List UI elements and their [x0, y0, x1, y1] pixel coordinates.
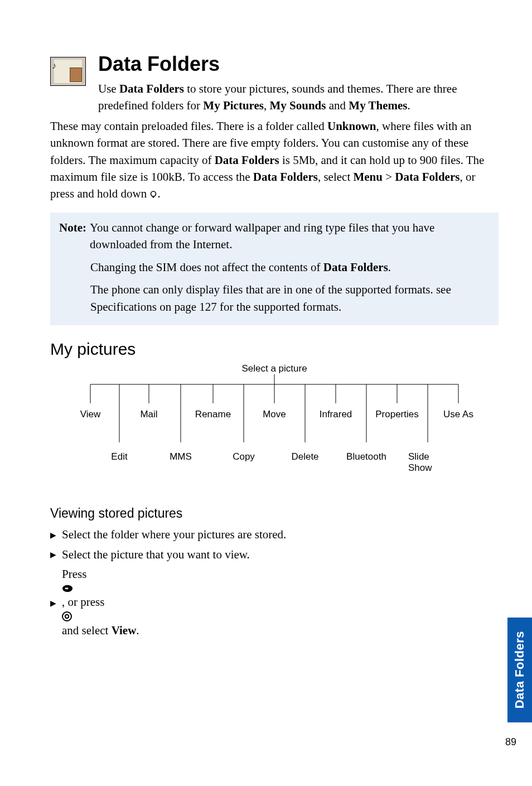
tree-item: Infrared: [320, 409, 352, 420]
bullet-icon: ▶: [50, 600, 56, 607]
intro-body: These may contain preloaded files. There…: [50, 118, 499, 202]
tree-item: Properties: [375, 409, 418, 420]
note-line-1: You cannot change or forward wallpaper a…: [90, 219, 490, 253]
tree-item: Edit: [111, 451, 127, 462]
svg-point-19: [62, 612, 71, 621]
step-2: ▶ Select the picture that you want to vi…: [50, 546, 499, 565]
note-line-3: The phone can only display files that ar…: [90, 281, 490, 315]
step-1: ▶ Select the folder where your pictures …: [50, 525, 499, 544]
hold-key-icon: [149, 191, 157, 199]
intro-lead: Use Data Folders to store your pictures,…: [98, 80, 499, 114]
bullet-icon: ▶: [50, 532, 56, 539]
page-title: Data Folders: [98, 54, 499, 75]
header-row: ♪ Data Folders Use Data Folders to store…: [50, 54, 499, 114]
tree-connectors: [74, 374, 475, 442]
steps-list: ▶ Select the folder where your pictures …: [50, 525, 499, 640]
tree-item: View: [80, 409, 101, 420]
manual-page: ♪ Data Folders Use Data Folders to store…: [0, 0, 532, 786]
tree-item: Slide Show: [408, 451, 447, 474]
tree-root: Select a picture: [241, 363, 307, 374]
tree-item: Copy: [233, 451, 255, 462]
title-block: Data Folders Use Data Folders to store y…: [98, 54, 499, 114]
tree-item: Rename: [195, 409, 231, 420]
subsection-heading: Viewing stored pictures: [50, 506, 499, 521]
section-heading: My pictures: [50, 340, 499, 359]
note-label: Note:: [59, 219, 86, 253]
bullet-icon: ▶: [50, 551, 56, 559]
softkey-left-icon: [62, 584, 139, 593]
page-number: 89: [505, 736, 516, 748]
data-folders-thumbnail: ♪: [50, 57, 86, 86]
svg-rect-1: [153, 196, 154, 198]
svg-point-20: [65, 615, 69, 618]
note-box: Note: You cannot change or forward wallp…: [50, 213, 499, 325]
tree-item: Bluetooth: [346, 451, 386, 462]
nav-key-icon: [62, 611, 139, 621]
svg-rect-18: [65, 587, 69, 589]
tree-item: Mail: [140, 409, 157, 420]
step-3: ▶ Press , or press and select View.: [50, 565, 499, 640]
tree-item: MMS: [170, 451, 192, 462]
tree-item: Use As: [443, 409, 473, 420]
tree-item: Move: [263, 409, 286, 420]
side-tab: Data Folders: [507, 618, 532, 722]
note-line-2: Changing the SIM does not affect the con…: [90, 259, 490, 276]
tree-item: Delete: [291, 451, 318, 462]
svg-point-0: [151, 191, 156, 196]
menu-tree: Select a picture: [74, 363, 475, 480]
